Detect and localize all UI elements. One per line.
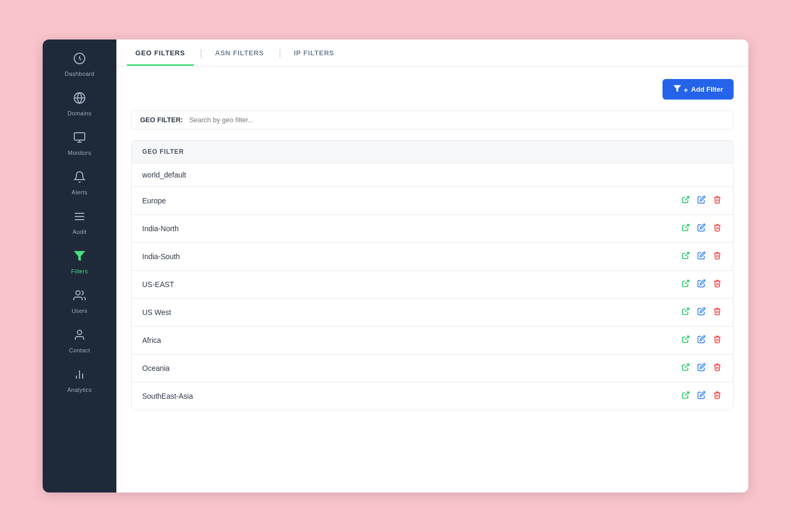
tab-geo-filters[interactable]: GEO FILTERS [127, 40, 194, 66]
users-icon [73, 289, 86, 305]
row-actions [680, 278, 723, 291]
tab-ip-filters[interactable]: IP FILTERS [285, 40, 343, 66]
add-filter-label: Add Filter [691, 85, 723, 93]
svg-point-10 [76, 291, 80, 295]
sidebar-item-label: Analytics [67, 387, 92, 393]
audit-icon [73, 210, 86, 226]
row-actions [680, 306, 723, 319]
sidebar-item-alerts[interactable]: Alerts [43, 163, 116, 203]
sidebar-item-users[interactable]: Users [43, 282, 116, 321]
row-actions [680, 362, 723, 375]
sidebar-item-label: Users [72, 308, 87, 314]
row-name: Oceania [142, 364, 680, 372]
table-header: GEO FILTER [132, 141, 733, 163]
delete-button-us-east[interactable] [712, 278, 723, 291]
svg-point-11 [77, 330, 82, 334]
edit-button-europe[interactable] [696, 194, 707, 207]
sidebar-item-dashboard[interactable]: Dashboard [43, 45, 116, 84]
sidebar-item-label: Alerts [72, 189, 87, 195]
row-name: India-South [142, 252, 680, 261]
monitor-icon [73, 131, 86, 147]
view-button-india-north[interactable] [680, 222, 691, 235]
row-actions [680, 222, 723, 235]
edit-button-india-north[interactable] [696, 222, 707, 235]
table-row: Europe [132, 187, 733, 215]
delete-button-europe[interactable] [712, 194, 723, 207]
sidebar-item-analytics[interactable]: Analytics [43, 361, 116, 400]
sidebar-item-label: Filters [71, 268, 88, 274]
sidebar: Dashboard Domains Monitors [43, 40, 116, 492]
edit-button-us-east[interactable] [696, 278, 707, 291]
toolbar: + Add Filter [131, 79, 734, 100]
search-label: GEO FILTER: [140, 116, 183, 124]
main-content: GEO FILTERS | ASN FILTERS | IP FILTERS +… [116, 40, 748, 492]
svg-line-22 [685, 364, 689, 368]
row-name: SouthEast-Asia [142, 392, 680, 400]
delete-button-us-west[interactable] [712, 306, 723, 319]
view-button-southeast-asia[interactable] [680, 390, 691, 402]
svg-line-17 [685, 224, 689, 228]
row-name: US West [142, 308, 680, 317]
table-row: Africa [132, 327, 733, 354]
sidebar-item-monitors[interactable]: Monitors [43, 124, 116, 163]
tab-separator: | [200, 47, 203, 58]
view-button-us-east[interactable] [680, 278, 691, 291]
edit-button-oceania[interactable] [696, 362, 707, 375]
row-name: world_default [142, 171, 723, 179]
sidebar-item-label: Monitors [68, 150, 92, 156]
dashboard-icon [73, 52, 86, 68]
bell-icon [73, 171, 86, 186]
sidebar-item-label: Domains [67, 110, 92, 116]
sidebar-item-filters[interactable]: Filters [43, 242, 116, 282]
row-actions [680, 250, 723, 263]
view-button-europe[interactable] [680, 194, 691, 207]
sidebar-item-label: Dashboard [65, 71, 95, 77]
svg-rect-3 [74, 133, 85, 140]
edit-button-southeast-asia[interactable] [696, 390, 707, 402]
svg-line-16 [685, 196, 689, 200]
svg-line-23 [685, 392, 689, 396]
tabs-bar: GEO FILTERS | ASN FILTERS | IP FILTERS [116, 40, 748, 66]
delete-button-india-south[interactable] [712, 250, 723, 263]
add-filter-icon: + [673, 84, 688, 94]
sidebar-item-contact[interactable]: Contact [43, 321, 116, 361]
sidebar-item-domains[interactable]: Domains [43, 84, 116, 124]
filter-table: GEO FILTER world_default Europe [131, 140, 734, 410]
sidebar-item-audit[interactable]: Audit [43, 203, 116, 242]
edit-button-africa[interactable] [696, 334, 707, 347]
table-row: SouthEast-Asia [132, 382, 733, 410]
svg-line-21 [685, 336, 689, 340]
sidebar-item-label: Audit [73, 229, 87, 235]
view-button-oceania[interactable] [680, 362, 691, 375]
table-row: US-EAST [132, 271, 733, 299]
row-name: Europe [142, 196, 680, 205]
edit-button-india-south[interactable] [696, 250, 707, 263]
delete-button-oceania[interactable] [712, 362, 723, 375]
delete-button-southeast-asia[interactable] [712, 390, 723, 402]
table-row: India-North [132, 215, 733, 243]
row-name: India-North [142, 224, 680, 233]
svg-marker-9 [74, 251, 85, 261]
edit-button-us-west[interactable] [696, 306, 707, 319]
filter-icon [73, 250, 86, 265]
view-button-africa[interactable] [680, 334, 691, 347]
add-filter-button[interactable]: + Add Filter [663, 79, 734, 100]
tab-asn-filters[interactable]: ASN FILTERS [206, 40, 272, 66]
row-actions [680, 194, 723, 207]
content-area: + Add Filter GEO FILTER: GEO FILTER worl… [116, 66, 748, 492]
row-actions [680, 390, 723, 402]
svg-line-20 [685, 308, 689, 312]
view-button-india-south[interactable] [680, 250, 691, 263]
view-button-us-west[interactable] [680, 306, 691, 319]
table-row: US West [132, 299, 733, 327]
search-input[interactable] [189, 116, 725, 124]
analytics-icon [73, 368, 86, 384]
table-row: India-South [132, 243, 733, 271]
globe-icon [73, 92, 86, 107]
svg-marker-15 [674, 85, 681, 92]
delete-button-africa[interactable] [712, 334, 723, 347]
row-name: US-EAST [142, 280, 680, 289]
delete-button-india-north[interactable] [712, 222, 723, 235]
row-actions [680, 334, 723, 347]
search-bar: GEO FILTER: [131, 110, 734, 130]
